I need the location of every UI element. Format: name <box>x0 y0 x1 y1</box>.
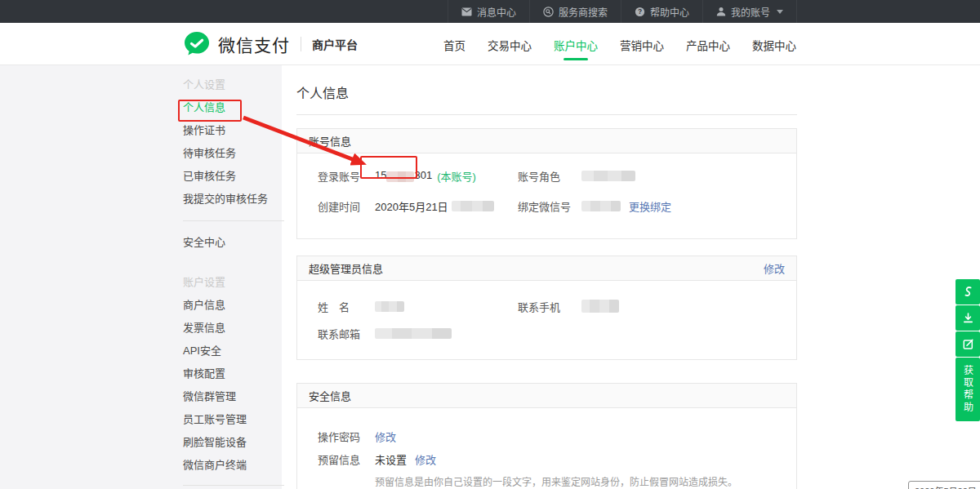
sidebar-section-account-settings: 账户设置 <box>183 271 284 294</box>
created-time-value: 2020年5月21日 <box>375 198 448 214</box>
note-line: 预留信息是由你自己设置的一段文字，用来鉴定网站身份，防止假冒网站造成损失。 <box>375 476 776 489</box>
sidebar-item-invoice-info[interactable]: 发票信息 <box>183 317 284 340</box>
title-divider <box>296 114 797 115</box>
sidebar-item-api-security[interactable]: API安全 <box>183 340 284 362</box>
download-button[interactable] <box>956 305 980 331</box>
nav-marketing-center[interactable]: 营销中心 <box>619 23 665 65</box>
question-icon: ? <box>635 7 645 17</box>
topbar-item-label: 帮助中心 <box>650 5 689 19</box>
svg-text:?: ? <box>638 7 642 16</box>
super-admin-box-title: 超级管理员信息 <box>309 260 383 276</box>
sidebar-item-personal-info[interactable]: 个人信息 <box>183 96 284 119</box>
date-tooltip: 2020年5月22日 <box>908 481 980 489</box>
sidebar-item-pending-review-tasks[interactable]: 待审核任务 <box>183 142 284 165</box>
topbar-item-my-account[interactable]: 我的账号 <box>702 0 797 23</box>
topbar-item-label: 服务商搜索 <box>559 5 608 19</box>
caret-down-icon <box>777 10 783 14</box>
get-help-button[interactable]: 获取帮助 <box>956 358 980 421</box>
account-role-label: 账号角色 <box>518 168 581 184</box>
super-admin-box: 超级管理员信息 修改 姓 名 联系手机 <box>296 256 797 360</box>
brand-name: 微信支付 <box>218 32 290 56</box>
sidebar-item-merchant-terminal[interactable]: 微信商户终端 <box>183 454 284 477</box>
redacted-login-digits <box>386 171 414 182</box>
nav-account-center[interactable]: 账户中心 <box>553 23 599 65</box>
contact-email-label: 联系邮箱 <box>318 326 375 341</box>
wechat-pay-logo-icon <box>183 30 211 58</box>
user-icon <box>716 7 726 16</box>
sidebar-item-security-center[interactable]: 安全中心 <box>183 231 284 254</box>
topbar: 消息中心 服务商搜索 ? 帮助中心 我的账号 <box>0 0 980 23</box>
redacted-contact-email <box>375 328 452 339</box>
merchant-platform-page: 消息中心 服务商搜索 ? 帮助中心 我的账号 <box>0 0 980 489</box>
bound-wechat-label: 绑定微信号 <box>518 198 581 214</box>
contact-phone-label: 联系手机 <box>518 299 581 314</box>
topbar-item-label: 我的账号 <box>731 5 770 19</box>
floating-help-widget: 获取帮助 <box>956 279 980 421</box>
security-info-box: 安全信息 操作密码 修改 预留信息 未设置 修改 预留信息 <box>296 383 797 489</box>
admin-name-label: 姓 名 <box>318 299 375 314</box>
own-account-tag: (本账号) <box>437 168 476 184</box>
reserved-info-label: 预留信息 <box>318 451 375 467</box>
sidebar: 个人设置 个人信息 操作证书 待审核任务 已审核任务 我提交的审核任务 安全中心… <box>183 65 284 489</box>
sidebar-divider <box>183 220 284 221</box>
main-nav: 首页 交易中心 账户中心 营销中心 产品中心 数据中心 <box>443 23 797 65</box>
account-info-box: 账号信息 登录账号 15301 (本账号) <box>296 128 797 239</box>
redacted-created-time <box>452 201 494 211</box>
sidebar-section-personal-settings: 个人设置 <box>183 73 284 96</box>
hotline-icon <box>962 286 974 298</box>
sidebar-item-staff-account-management[interactable]: 员工账号管理 <box>183 408 284 431</box>
topbar-item-label: 消息中心 <box>477 5 516 19</box>
brand[interactable]: 微信支付 商户平台 <box>183 30 358 58</box>
sidebar-item-wechat-group-management[interactable]: 微信群管理 <box>183 385 284 408</box>
edit-reserved-info-link[interactable]: 修改 <box>415 451 436 467</box>
portal-name: 商户平台 <box>312 36 358 52</box>
body: 个人设置 个人信息 操作证书 待审核任务 已审核任务 我提交的审核任务 安全中心… <box>0 65 980 489</box>
redacted-account-role <box>581 171 635 181</box>
nav-home[interactable]: 首页 <box>443 23 466 65</box>
sidebar-item-my-submitted-tasks[interactable]: 我提交的审核任务 <box>183 188 284 211</box>
hotline-button[interactable] <box>956 279 980 305</box>
operation-password-label: 操作密码 <box>318 429 375 444</box>
sidebar-divider <box>183 485 284 486</box>
topbar-item-message-center[interactable]: 消息中心 <box>448 0 529 23</box>
reserved-info-notes: 预留信息是由你自己设置的一段文字，用来鉴定网站身份，防止假冒网站造成损失。 配置… <box>318 476 776 489</box>
login-account-label: 登录账号 <box>318 168 375 184</box>
sidebar-item-reviewed-tasks[interactable]: 已审核任务 <box>183 165 284 188</box>
topbar-item-provider-search[interactable]: 服务商搜索 <box>529 0 621 23</box>
search-icon <box>543 7 554 17</box>
edit-password-link[interactable]: 修改 <box>375 429 396 444</box>
feedback-icon <box>962 338 974 350</box>
redacted-contact-phone <box>581 300 619 313</box>
sidebar-item-face-device[interactable]: 刷脸智能设备 <box>183 431 284 454</box>
mail-icon <box>461 7 472 16</box>
nav-product-center[interactable]: 产品中心 <box>685 23 731 65</box>
redacted-wechat-id <box>581 201 621 211</box>
sidebar-item-operation-certificate[interactable]: 操作证书 <box>183 119 284 142</box>
sidebar-item-merchant-info[interactable]: 商户信息 <box>183 294 284 317</box>
edit-admin-link[interactable]: 修改 <box>764 260 785 276</box>
created-time-label: 创建时间 <box>318 198 375 214</box>
nav-data-center[interactable]: 数据中心 <box>751 23 797 65</box>
brand-divider <box>301 37 301 51</box>
download-icon <box>962 312 974 324</box>
security-info-box-title: 安全信息 <box>309 388 351 403</box>
reserved-info-value: 未设置 <box>375 451 407 467</box>
login-account-value: 15301 <box>375 169 432 181</box>
nav-transaction-center[interactable]: 交易中心 <box>487 23 532 65</box>
feedback-button[interactable] <box>956 331 980 357</box>
account-info-box-title: 账号信息 <box>309 133 351 149</box>
change-binding-link[interactable]: 更换绑定 <box>629 198 671 214</box>
header: 微信支付 商户平台 首页 交易中心 账户中心 营销中心 产品中心 数据中心 <box>0 23 980 65</box>
sidebar-item-review-config[interactable]: 审核配置 <box>183 362 284 385</box>
topbar-item-help-center[interactable]: ? 帮助中心 <box>621 0 702 23</box>
page-title: 个人信息 <box>296 82 797 102</box>
redacted-admin-name <box>375 301 404 312</box>
main-content: 个人信息 账号信息 登录账号 15301 <box>284 65 797 489</box>
